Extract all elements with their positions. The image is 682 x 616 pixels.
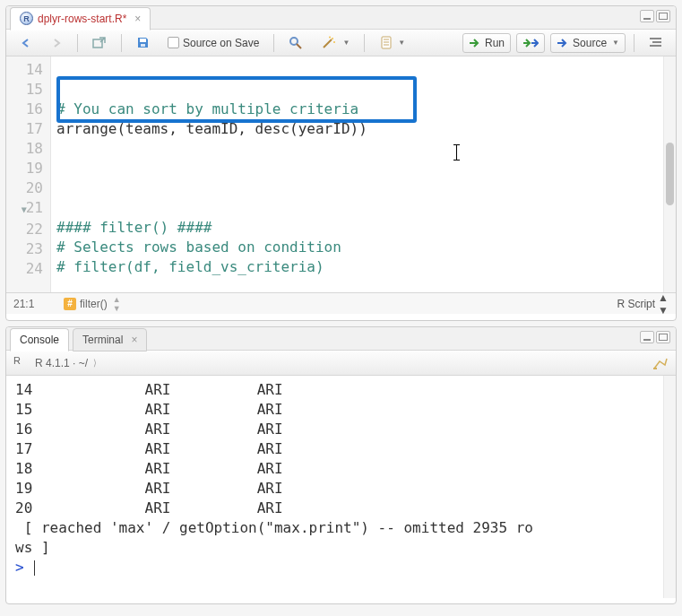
run-button[interactable]: Run: [462, 33, 511, 53]
chevron-right-icon[interactable]: ⟩: [93, 358, 97, 368]
source-statusbar: 21:1 # filter() ▲▼ R Script ▲▼: [6, 292, 676, 314]
close-icon[interactable]: ×: [131, 334, 137, 346]
source-arrow-icon: [557, 38, 569, 48]
run-label: Run: [485, 37, 505, 49]
wand-icon: [321, 36, 337, 50]
console-tab-label: Console: [20, 334, 59, 346]
source-pane: R dplyr-rows-start.R* ×: [5, 5, 677, 321]
arrow-left-icon: [20, 38, 32, 48]
back-button[interactable]: [13, 33, 39, 53]
text-cursor-icon: [456, 144, 457, 161]
code-tools-button[interactable]: ▼: [315, 33, 356, 53]
outline-button[interactable]: [643, 33, 669, 53]
code-line: arrange(teams, teamID, desc(yearID)): [56, 120, 367, 137]
popout-icon: [92, 37, 107, 49]
save-icon: [136, 36, 150, 49]
console-tab[interactable]: Console: [10, 328, 69, 351]
pane-window-controls: [640, 331, 670, 343]
source-file-name: dplyr-rows-start.R*: [38, 13, 126, 25]
console-pane: Console Terminal × R R 4.1.1 · ~/ ⟩ 14 A…: [5, 326, 677, 604]
clear-console-button[interactable]: [652, 356, 669, 370]
notebook-icon: [379, 36, 393, 50]
svg-rect-1: [140, 39, 146, 42]
svg-line-4: [297, 44, 301, 48]
console-row: 15 ARI ARI: [15, 401, 283, 418]
updown-icon: ▲▼: [658, 291, 669, 317]
chevron-down-icon: ▼: [398, 39, 405, 47]
svg-rect-16: [653, 368, 657, 369]
r-file-icon: R: [20, 12, 33, 25]
maximize-pane-button[interactable]: [656, 10, 670, 22]
console-truncation: [ reached 'max' / getOption("max.print")…: [15, 519, 533, 536]
code-line: # Selects rows based on condition: [56, 239, 341, 256]
console-truncation: ws ]: [15, 539, 50, 556]
svg-point-8: [329, 36, 331, 38]
outline-icon: [649, 37, 662, 48]
terminal-tab-label: Terminal: [82, 334, 123, 346]
console-prompt: >: [15, 559, 24, 576]
code-area[interactable]: # You can sort by multiple criteria arra…: [51, 56, 676, 292]
updown-icon: ▲▼: [113, 295, 121, 313]
close-icon[interactable]: ×: [134, 13, 141, 25]
cursor-icon: [34, 560, 35, 576]
line-gutter: 14 15 16 17 18 19 20 ▼21 22 23 24: [6, 56, 51, 292]
save-button[interactable]: [130, 33, 156, 53]
code-line: # filter(df, field_vs_criteria): [56, 258, 324, 275]
console-row: 14 ARI ARI: [15, 381, 283, 398]
console-tab-row: Console Terminal ×: [6, 327, 676, 351]
arrow-right-icon: [50, 38, 63, 48]
rerun-icon: [522, 38, 539, 48]
console-row: 18 ARI ARI: [15, 460, 283, 477]
console-toolbar: R R 4.1.1 · ~/ ⟩: [6, 351, 676, 376]
source-button[interactable]: Source ▼: [550, 33, 626, 53]
chevron-down-icon: ▼: [342, 39, 350, 47]
source-tab-row: R dplyr-rows-start.R* ×: [6, 6, 676, 30]
pane-window-controls: [640, 10, 670, 22]
search-icon: [289, 36, 303, 50]
editor-scrollbar[interactable]: [663, 56, 676, 292]
checkbox-icon: [168, 37, 179, 48]
svg-point-3: [290, 38, 298, 45]
console-row: 16 ARI ARI: [15, 421, 283, 438]
forward-button[interactable]: [44, 33, 69, 53]
console-scrollbar[interactable]: [663, 376, 676, 598]
console-row: 17 ARI ARI: [15, 440, 283, 457]
code-line: #### filter() ####: [56, 219, 212, 236]
console-header-text[interactable]: R 4.1.1 · ~/: [35, 357, 88, 369]
run-arrow-icon: [469, 38, 481, 48]
find-button[interactable]: [282, 33, 309, 53]
console-row: 20 ARI ARI: [15, 499, 283, 516]
file-type-label: R Script: [617, 298, 655, 310]
svg-line-5: [324, 39, 332, 48]
r-logo-icon: R: [13, 355, 30, 371]
report-button[interactable]: ▼: [373, 33, 411, 53]
source-label: Source: [573, 37, 607, 49]
svg-point-7: [333, 41, 335, 43]
source-on-save-toggle[interactable]: Source on Save: [161, 33, 265, 53]
show-in-new-window-button[interactable]: [86, 33, 113, 53]
console-output[interactable]: 14 ARI ARI 15 ARI ARI 16 ARI ARI 17 ARI …: [6, 376, 676, 598]
minimize-pane-button[interactable]: [640, 331, 654, 343]
console-row: 19 ARI ARI: [15, 480, 283, 497]
code-editor[interactable]: 14 15 16 17 18 19 20 ▼21 22 23 24 # You …: [6, 56, 676, 292]
svg-rect-2: [141, 44, 145, 47]
file-type-selector[interactable]: R Script ▲▼: [617, 291, 669, 317]
code-line: # You can sort by multiple criteria: [56, 100, 358, 117]
minimize-pane-button[interactable]: [640, 10, 654, 22]
terminal-tab[interactable]: Terminal ×: [73, 328, 147, 351]
svg-rect-0: [93, 39, 102, 48]
chevron-down-icon: ▼: [612, 39, 619, 47]
source-file-tab[interactable]: R dplyr-rows-start.R* ×: [10, 7, 151, 30]
svg-point-6: [332, 38, 333, 39]
source-on-save-label: Source on Save: [183, 37, 259, 49]
rerun-button[interactable]: [516, 33, 545, 53]
source-toolbar: Source on Save ▼ ▼ Run: [6, 30, 676, 56]
maximize-pane-button[interactable]: [656, 331, 670, 343]
